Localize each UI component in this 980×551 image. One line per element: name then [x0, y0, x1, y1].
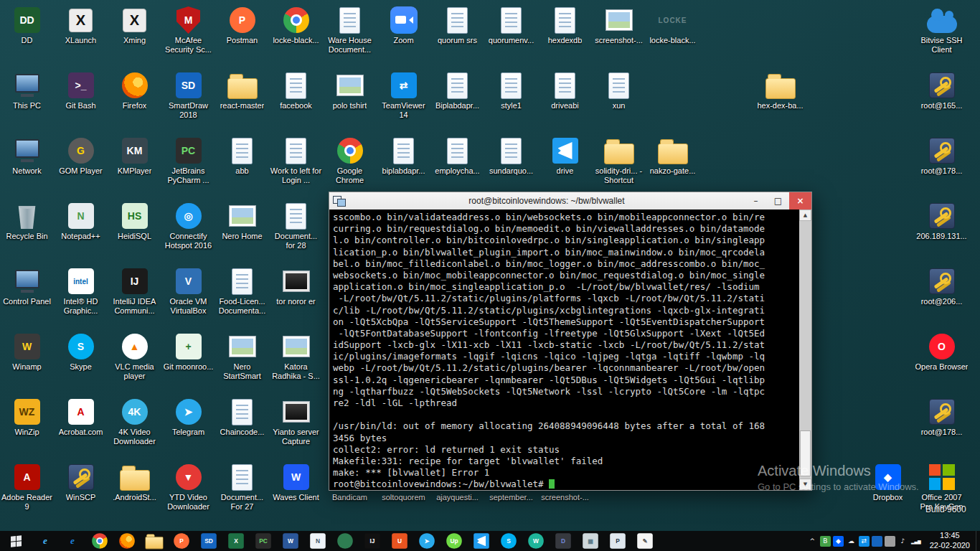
taskbar-discord[interactable]: D — [550, 531, 577, 551]
desktop-icon-winamp[interactable]: WWinamp — [0, 331, 54, 372]
desktop-icon-nakzo-gate[interactable]: nakzo-gate... — [646, 135, 699, 176]
taskbar-postman[interactable]: P — [168, 531, 195, 551]
desktop-icon-kmplayer[interactable]: KMKMPlayer — [108, 135, 161, 176]
tray-onedrive-icon[interactable]: ☁ — [846, 536, 857, 547]
desktop-icon-ware-house-document[interactable]: Ware House Document... — [323, 4, 377, 55]
desktop-icon-chaincode[interactable]: Chaincode... — [215, 396, 269, 437]
tray-teamviewer-icon[interactable]: ⇄ — [859, 536, 870, 547]
desktop-icon-notepad[interactable]: NNotepad++ — [54, 200, 108, 241]
desktop-icon-network[interactable]: Network — [0, 135, 54, 176]
terminal-body[interactable]: sscombo.o bin/validateaddress.o bin/webs… — [329, 209, 799, 490]
desktop-icon-recycle-bin[interactable]: Recycle Bin — [0, 200, 54, 241]
taskbar-tor-browser[interactable] — [331, 531, 359, 551]
desktop-icon-dropbox[interactable]: ◆Dropbox — [861, 461, 915, 502]
desktop-icon-206-189-131[interactable]: 206.189.131... — [915, 200, 969, 241]
desktop-icon-quorum-srs[interactable]: quorum srs — [430, 4, 484, 45]
desktop-icon-telegram[interactable]: ➤Telegram — [161, 396, 215, 437]
desktop-icon-abb[interactable]: abb — [215, 135, 269, 176]
desktop-icon-biplabdapr[interactable]: biplabdapr... — [377, 135, 430, 176]
desktop-icon-control-panel[interactable]: Control Panel — [0, 265, 54, 306]
desktop-icon-sundarquo[interactable]: sundarquo... — [484, 135, 538, 176]
desktop-icon-google-chrome[interactable]: Google Chrome — [323, 135, 377, 185]
desktop-icon-tor-noror-er[interactable]: tor noror er — [269, 265, 323, 306]
desktop-icon-react-master[interactable]: react-master — [215, 70, 269, 110]
terminal-titlebar[interactable]: root@bitcoinlovewindows: ~/bw/blvwallet … — [329, 192, 811, 210]
desktop-icon-ytd-video-downloader[interactable]: ▼YTD Video Downloader — [161, 461, 215, 512]
desktop-icon-driveabi[interactable]: driveabi — [538, 70, 592, 110]
desktop-icon-smartdraw-2018[interactable]: SDSmartDraw 2018 — [161, 70, 215, 120]
desktop-icon-solidity-dri-shortcut[interactable]: solidity-dri... - Shortcut — [592, 135, 646, 185]
desktop-icon-yianto-server-capture[interactable]: Yianto server Capture — [269, 396, 323, 446]
desktop-icon-postman[interactable]: PPostman — [215, 4, 269, 45]
taskbar-excel[interactable]: X — [222, 531, 250, 551]
desktop-icon-root-178[interactable]: root@178... — [915, 396, 969, 437]
desktop-icon-heidisql[interactable]: HSHeidiSQL — [108, 200, 161, 241]
desktop-icon-git-moonroo[interactable]: +Git moonroo... — [161, 331, 215, 372]
desktop-icon-document-for-28[interactable]: Document... for 28 — [269, 200, 323, 250]
taskbar-chrome[interactable] — [86, 531, 113, 551]
desktop-icon-intel-hd-graphic[interactable]: intelIntel® HD Graphic... — [54, 265, 108, 316]
desktop-icon-xlaunch[interactable]: XXLaunch — [54, 4, 108, 45]
desktop-icon-skype[interactable]: SSkype — [54, 331, 108, 372]
desktop-icon-hex-dex-ba[interactable]: hex-dex-ba... — [753, 70, 807, 110]
desktop-icon-nero-startsmart[interactable]: Nero StartSmart — [215, 331, 269, 381]
tray-hidden-icons-icon[interactable]: ^ — [807, 536, 818, 547]
tray-volume-icon[interactable]: ♪ — [897, 536, 908, 547]
desktop-icon-katora-radhika-s[interactable]: Katora Radhika - S... — [269, 331, 323, 381]
desktop-icon-4k-video-downloader[interactable]: 4K4K Video Downloader — [108, 396, 161, 446]
taskbar-vscode[interactable] — [468, 531, 495, 551]
taskbar-smartdraw[interactable]: SD — [195, 531, 222, 551]
tray-bluestacks-icon[interactable]: B — [820, 536, 831, 547]
putty-terminal-window[interactable]: root@bitcoinlovewindows: ~/bw/blvwallet … — [329, 192, 812, 491]
scroll-down-icon[interactable]: ▼ — [799, 479, 811, 490]
desktop-icon-nero-home[interactable]: Nero Home — [215, 200, 269, 241]
desktop-icon-gom-player[interactable]: GGOM Player — [54, 135, 108, 176]
tray-usb-icon[interactable] — [885, 536, 895, 547]
minimize-button[interactable]: – — [745, 192, 767, 209]
desktop-icon-jetbrains-pycharm[interactable]: PCJetBrains PyCharm ... — [161, 135, 215, 185]
desktop-icon-hexdexdb[interactable]: hexdexdb — [538, 4, 592, 45]
tray-defender-icon[interactable] — [872, 536, 882, 547]
desktop-icon-mcafee-security-sc[interactable]: MMcAfee Security Sc... — [161, 4, 215, 55]
desktop-icon-work-to-left-for-login[interactable]: Work to left for Login ... — [269, 135, 323, 185]
taskbar-clock[interactable]: 13:45 22-02-2020 — [924, 531, 976, 551]
taskbar-ubuntu[interactable]: U — [386, 531, 413, 551]
desktop-icon-winzip[interactable]: WZWinZip — [0, 396, 54, 437]
desktop-icon-adobe-reader-9[interactable]: AAdobe Reader 9 — [0, 461, 54, 512]
desktop-icon-locke-black[interactable]: LOCKElocke-black... — [646, 4, 699, 45]
desktop-icon-waves-client[interactable]: WWaves Client — [269, 461, 323, 502]
desktop-icon-locke-black[interactable]: locke-black... — [269, 4, 323, 45]
close-button[interactable]: × — [789, 192, 811, 209]
taskbar-intellij[interactable]: IJ — [359, 531, 386, 551]
desktop-icon-oracle-vm-virtualbox[interactable]: VOracle VM VirtualBox — [161, 265, 215, 316]
desktop-icon-quorumenv[interactable]: quorumenv... — [484, 4, 538, 45]
desktop-icon-vlc-media-player[interactable]: ▲VLC media player — [108, 331, 161, 381]
desktop-icon-androidst[interactable]: .AndroidSt... — [108, 461, 161, 502]
desktop-icon-screenshot[interactable]: screenshot-... — [592, 4, 646, 45]
desktop-icon-opera-browser[interactable]: OOpera Browser — [915, 331, 969, 372]
taskbar-pycharm[interactable]: PC — [250, 531, 277, 551]
desktop-icon-acrobat-com[interactable]: AAcrobat.com — [54, 396, 108, 437]
desktop-icon-drive[interactable]: drive — [538, 135, 592, 176]
taskbar-file-explorer[interactable] — [141, 531, 168, 551]
desktop-icon-document-for-27[interactable]: Document... For 27 — [215, 461, 269, 512]
desktop-icon-employcha[interactable]: employcha... — [430, 135, 484, 176]
desktop-icon-teamviewer-14[interactable]: ⇄TeamViewer 14 — [377, 70, 430, 120]
desktop-icon-style1[interactable]: style1 — [484, 70, 538, 110]
desktop-icon-biplabdapr[interactable]: Biplabdapr... — [430, 70, 484, 110]
desktop-icon-polo-tshirt[interactable]: polo tshirt — [323, 70, 377, 110]
desktop-icon-xun[interactable]: xun — [592, 70, 646, 110]
scrollbar-thumb[interactable] — [800, 430, 811, 476]
desktop-icon-zoom[interactable]: Zoom — [377, 4, 430, 45]
taskbar-telegram[interactable]: ➤ — [413, 531, 440, 551]
tray-dropbox-icon[interactable]: ◆ — [833, 536, 844, 547]
taskbar-firefox[interactable] — [113, 531, 141, 551]
desktop-icon-root-206[interactable]: root@206... — [915, 265, 969, 306]
taskbar-photos[interactable]: ▦ — [577, 531, 604, 551]
taskbar-paint[interactable]: ✎ — [631, 531, 659, 551]
tray-network-icon[interactable]: ▂▄▆ — [910, 536, 922, 547]
desktop-icon-connectify-hotspot-2016[interactable]: ◎Connectify Hotspot 2016 — [161, 200, 215, 250]
desktop-icon-root-165[interactable]: root@165... — [915, 70, 969, 110]
taskbar-skype[interactable]: S — [495, 531, 522, 551]
desktop-icon-root-178[interactable]: root@178... — [915, 135, 969, 176]
